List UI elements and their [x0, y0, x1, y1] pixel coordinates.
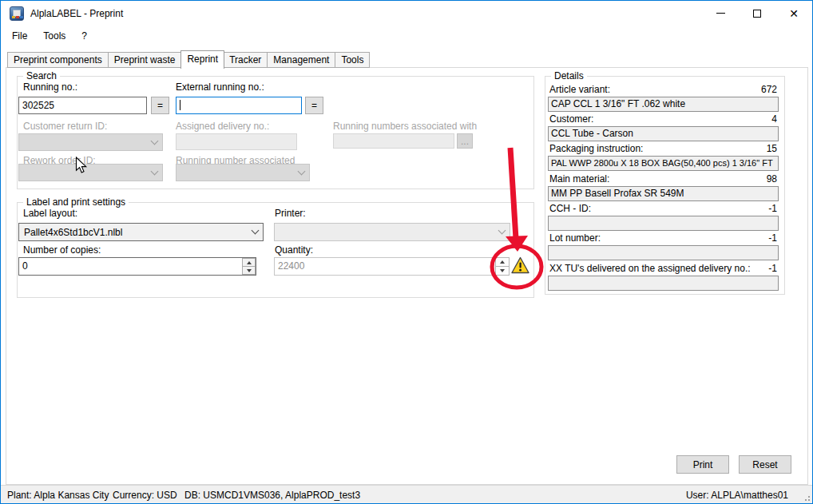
- text-caret: [180, 100, 180, 110]
- chevron-down-icon: [298, 167, 306, 175]
- detail-label: Main material:: [549, 173, 609, 185]
- arrow-down-icon: [500, 269, 505, 272]
- quantity-input: 22400: [274, 257, 494, 276]
- chevron-down-icon: [498, 227, 506, 235]
- detail-number: 15: [767, 143, 777, 154]
- detail-label: CCH - ID:: [549, 203, 591, 214]
- detail-value: MM PP Basell Profax SR 549M: [548, 186, 779, 201]
- running-no-equals-button[interactable]: =: [151, 97, 169, 114]
- rework-order-id-combobox: [18, 164, 163, 181]
- label-layout-combobox[interactable]: Pallet4x6Std1bcV1.nlbl: [18, 223, 264, 241]
- arrow-up-icon: [247, 261, 252, 264]
- chevron-down-icon: [151, 167, 159, 175]
- app-window: AlplaLABEL - Preprint ✕ File Tools ? Pre…: [0, 0, 813, 504]
- detail-row-lot-number: Lot number:-1: [548, 232, 779, 260]
- detail-label: Customer:: [549, 113, 593, 125]
- maximize-button[interactable]: [739, 1, 775, 26]
- chevron-down-icon: [252, 227, 260, 235]
- spin-down-button[interactable]: [242, 267, 256, 275]
- arrow-up-icon: [500, 260, 505, 264]
- running-no-label: Running no.:: [23, 81, 77, 93]
- customer-return-id-label: Customer return ID:: [23, 121, 107, 132]
- print-button[interactable]: Print: [676, 455, 729, 474]
- detail-number: 672: [761, 84, 777, 95]
- quantity-label: Quantity:: [275, 244, 313, 256]
- warning-icon[interactable]: [511, 256, 529, 274]
- detail-value: CCL Tube - Carson: [548, 126, 779, 141]
- detail-label: Packaging instruction:: [549, 143, 643, 154]
- detail-label: XX TU's delivered on the assigned delive…: [549, 263, 751, 274]
- spin-up-button[interactable]: [242, 258, 256, 267]
- maximize-icon: [753, 10, 761, 18]
- label-layout-label: Label layout:: [23, 208, 77, 219]
- detail-number: 4: [771, 113, 777, 125]
- status-db: DB: USMCD1VMS036, AlplaPROD_test3: [184, 490, 360, 501]
- tab-strip: Preprint components Preprint waste Repri…: [7, 50, 370, 68]
- running-no-input[interactable]: 302525: [18, 97, 147, 114]
- detail-value: [548, 216, 779, 231]
- menu-file[interactable]: File: [4, 28, 35, 44]
- running-numbers-associated-with-label: Running numbers associated with: [333, 121, 477, 132]
- browse-button: ...: [457, 133, 473, 149]
- detail-value: [548, 276, 779, 291]
- app-icon: [10, 6, 24, 21]
- quantity-stepper[interactable]: [495, 257, 510, 276]
- menu-tools[interactable]: Tools: [35, 28, 73, 44]
- window-title: AlplaLABEL - Preprint: [30, 8, 123, 19]
- external-running-no-equals-button[interactable]: =: [305, 97, 323, 114]
- assigned-delivery-no-label: Assigned delivery no.:: [176, 121, 269, 132]
- detail-value: CAP CCL 1 3/16" FT .062 white: [548, 97, 779, 112]
- customer-return-id-combobox: [18, 133, 163, 151]
- detail-number: -1: [768, 232, 777, 244]
- minimize-icon: [716, 13, 725, 14]
- reset-button[interactable]: Reset: [739, 455, 791, 474]
- printer-label: Printer:: [275, 208, 306, 219]
- detail-number: 98: [767, 173, 777, 185]
- close-button[interactable]: ✕: [775, 1, 812, 26]
- details-legend: Details: [551, 70, 587, 81]
- close-icon: ✕: [789, 8, 799, 19]
- spin-up-button[interactable]: [495, 257, 510, 267]
- running-numbers-associated-with-input: [333, 133, 454, 149]
- detail-number: -1: [768, 263, 777, 274]
- status-currency: Currency: USD: [113, 490, 177, 501]
- minimize-button[interactable]: [702, 1, 739, 26]
- printer-combobox: [274, 223, 510, 241]
- stepper-buttons: [242, 258, 256, 275]
- detail-row-packaging-instruction: Packaging instruction:15 PAL WWP 2800u X…: [548, 143, 779, 171]
- tab-management[interactable]: Management: [268, 52, 335, 68]
- detail-row-customer: Customer:4 CCL Tube - Carson: [548, 113, 779, 141]
- resize-grip-icon[interactable]: [802, 493, 810, 501]
- running-number-associated-combobox: [176, 164, 310, 181]
- detail-value: [548, 245, 779, 260]
- chevron-down-icon: [151, 137, 159, 145]
- arrow-down-icon: [247, 269, 252, 272]
- tab-tracker[interactable]: Tracker: [224, 52, 268, 68]
- menu-help[interactable]: ?: [73, 28, 95, 44]
- title-bar[interactable]: AlplaLABEL - Preprint ✕: [1, 1, 812, 26]
- detail-number: -1: [768, 203, 777, 214]
- detail-row-cch-id: CCH - ID:-1: [548, 203, 779, 231]
- number-of-copies-label: Number of copies:: [23, 244, 101, 256]
- detail-label: Article variant:: [549, 84, 610, 95]
- detail-row-tus-delivered: XX TU's delivered on the assigned delive…: [548, 263, 779, 291]
- external-running-no-input[interactable]: [176, 97, 302, 114]
- search-legend: Search: [23, 70, 60, 81]
- status-user: User: ALPLA\matthes01: [686, 490, 788, 501]
- label-print-settings-legend: Label and print settings: [23, 196, 129, 208]
- detail-label: Lot number:: [549, 232, 601, 244]
- status-plant: Plant: Alpla Kansas City: [7, 490, 109, 501]
- assigned-delivery-no-input: [176, 133, 297, 150]
- status-bar: Plant: Alpla Kansas City Currency: USD D…: [1, 485, 812, 504]
- number-of-copies-stepper[interactable]: 0: [18, 257, 256, 276]
- external-running-no-label: External running no.:: [176, 81, 264, 93]
- tab-tools[interactable]: Tools: [335, 52, 370, 68]
- detail-row-article-variant: Article variant:672 CAP CCL 1 3/16" FT .…: [548, 84, 779, 112]
- tab-reprint[interactable]: Reprint: [180, 50, 224, 69]
- menu-bar: File Tools ?: [1, 26, 812, 46]
- detail-row-main-material: Main material:98 MM PP Basell Profax SR …: [548, 173, 779, 201]
- detail-value: PAL WWP 2800u X 18 BOX BAG(50,400 pcs) 1…: [548, 156, 779, 171]
- tab-preprint-components[interactable]: Preprint components: [7, 52, 109, 68]
- spin-down-button[interactable]: [495, 267, 510, 276]
- tab-preprint-waste[interactable]: Preprint waste: [109, 52, 182, 68]
